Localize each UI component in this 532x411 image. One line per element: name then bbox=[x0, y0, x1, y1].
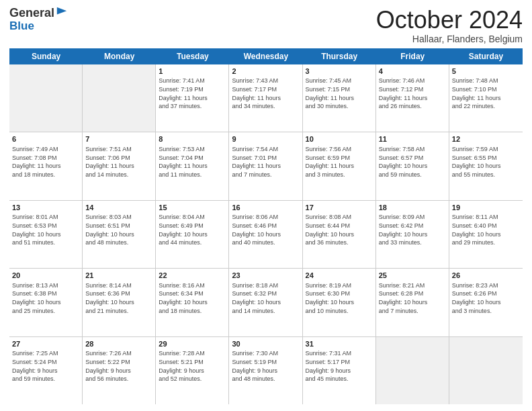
day-info: Sunrise: 7:26 AMSunset: 5:22 PMDaylight:… bbox=[85, 349, 152, 383]
logo-text-blue: Blue bbox=[9, 20, 68, 33]
day-cell-28: 28Sunrise: 7:26 AMSunset: 5:22 PMDayligh… bbox=[83, 337, 156, 404]
day-number: 15 bbox=[159, 203, 226, 213]
day-info: Sunrise: 7:43 AMSunset: 7:17 PMDaylight:… bbox=[232, 77, 299, 110]
day-cell-16: 16Sunrise: 8:06 AMSunset: 6:46 PMDayligh… bbox=[229, 201, 302, 268]
day-info: Sunrise: 7:58 AMSunset: 6:57 PMDaylight:… bbox=[379, 145, 446, 179]
day-cell-25: 25Sunrise: 8:21 AMSunset: 6:28 PMDayligh… bbox=[376, 269, 449, 336]
empty-cell bbox=[449, 337, 523, 404]
day-info: Sunrise: 8:11 AMSunset: 6:40 PMDaylight:… bbox=[452, 213, 520, 246]
day-cell-15: 15Sunrise: 8:04 AMSunset: 6:49 PMDayligh… bbox=[156, 201, 229, 268]
day-number: 5 bbox=[452, 66, 520, 77]
day-cell-21: 21Sunrise: 8:14 AMSunset: 6:36 PMDayligh… bbox=[83, 269, 156, 336]
day-info: Sunrise: 8:23 AMSunset: 6:26 PMDaylight:… bbox=[452, 281, 520, 315]
day-number: 25 bbox=[379, 271, 446, 281]
empty-cell bbox=[376, 337, 449, 404]
day-of-week-friday: Friday bbox=[376, 48, 449, 64]
day-info: Sunrise: 7:28 AMSunset: 5:21 PMDaylight:… bbox=[159, 349, 226, 383]
day-info: Sunrise: 7:30 AMSunset: 5:19 PMDaylight:… bbox=[232, 349, 299, 383]
day-number: 8 bbox=[159, 134, 226, 144]
day-of-week-tuesday: Tuesday bbox=[156, 48, 229, 64]
day-info: Sunrise: 8:06 AMSunset: 6:46 PMDaylight:… bbox=[232, 213, 299, 246]
day-number: 24 bbox=[306, 271, 373, 281]
day-info: Sunrise: 7:31 AMSunset: 5:17 PMDaylight:… bbox=[306, 349, 373, 383]
day-info: Sunrise: 7:41 AMSunset: 7:19 PMDaylight:… bbox=[159, 77, 226, 110]
day-cell-7: 7Sunrise: 7:51 AMSunset: 7:06 PMDaylight… bbox=[83, 132, 156, 199]
day-cell-26: 26Sunrise: 8:23 AMSunset: 6:26 PMDayligh… bbox=[449, 269, 523, 336]
day-cell-27: 27Sunrise: 7:25 AMSunset: 5:24 PMDayligh… bbox=[9, 337, 83, 404]
day-number: 29 bbox=[159, 339, 226, 349]
day-info: Sunrise: 7:45 AMSunset: 7:15 PMDaylight:… bbox=[306, 77, 373, 110]
day-cell-10: 10Sunrise: 7:56 AMSunset: 6:59 PMDayligh… bbox=[303, 132, 376, 199]
day-number: 12 bbox=[452, 134, 520, 144]
day-info: Sunrise: 7:49 AMSunset: 7:08 PMDaylight:… bbox=[12, 145, 79, 179]
day-info: Sunrise: 7:54 AMSunset: 7:01 PMDaylight:… bbox=[232, 145, 299, 179]
day-of-week-thursday: Thursday bbox=[303, 48, 376, 64]
day-number: 31 bbox=[306, 339, 373, 349]
day-cell-9: 9Sunrise: 7:54 AMSunset: 7:01 PMDaylight… bbox=[229, 132, 302, 199]
day-cell-17: 17Sunrise: 8:08 AMSunset: 6:44 PMDayligh… bbox=[303, 201, 376, 268]
day-number: 26 bbox=[452, 271, 520, 281]
day-info: Sunrise: 7:25 AMSunset: 5:24 PMDaylight:… bbox=[12, 349, 79, 383]
day-of-week-monday: Monday bbox=[83, 48, 156, 64]
day-cell-4: 4Sunrise: 7:46 AMSunset: 7:12 PMDaylight… bbox=[376, 64, 449, 132]
day-info: Sunrise: 7:46 AMSunset: 7:12 PMDaylight:… bbox=[379, 77, 446, 110]
title-block: October 2024 Hallaar, Flanders, Belgium bbox=[376, 7, 523, 44]
week-row-2: 6Sunrise: 7:49 AMSunset: 7:08 PMDaylight… bbox=[9, 132, 523, 200]
calendar: SundayMondayTuesdayWednesdayThursdayFrid… bbox=[9, 48, 523, 404]
location: Hallaar, Flanders, Belgium bbox=[376, 34, 523, 44]
logo: General Blue bbox=[9, 7, 68, 32]
day-number: 1 bbox=[159, 66, 226, 77]
day-cell-23: 23Sunrise: 8:18 AMSunset: 6:32 PMDayligh… bbox=[229, 269, 302, 336]
day-number: 3 bbox=[306, 66, 373, 77]
logo-flag-icon bbox=[56, 6, 68, 18]
day-cell-6: 6Sunrise: 7:49 AMSunset: 7:08 PMDaylight… bbox=[9, 132, 83, 199]
day-cell-19: 19Sunrise: 8:11 AMSunset: 6:40 PMDayligh… bbox=[449, 201, 523, 268]
day-cell-20: 20Sunrise: 8:13 AMSunset: 6:38 PMDayligh… bbox=[9, 269, 83, 336]
calendar-body: 1Sunrise: 7:41 AMSunset: 7:19 PMDaylight… bbox=[9, 64, 523, 404]
day-info: Sunrise: 8:14 AMSunset: 6:36 PMDaylight:… bbox=[85, 281, 152, 315]
day-number: 17 bbox=[306, 203, 373, 213]
day-number: 16 bbox=[232, 203, 299, 213]
day-info: Sunrise: 8:04 AMSunset: 6:49 PMDaylight:… bbox=[159, 213, 226, 246]
day-number: 7 bbox=[85, 134, 152, 144]
calendar-header: SundayMondayTuesdayWednesdayThursdayFrid… bbox=[9, 48, 523, 64]
day-number: 2 bbox=[232, 66, 299, 77]
day-number: 13 bbox=[12, 203, 79, 213]
week-row-5: 27Sunrise: 7:25 AMSunset: 5:24 PMDayligh… bbox=[9, 337, 523, 404]
day-cell-29: 29Sunrise: 7:28 AMSunset: 5:21 PMDayligh… bbox=[156, 337, 229, 404]
day-cell-12: 12Sunrise: 7:59 AMSunset: 6:55 PMDayligh… bbox=[449, 132, 523, 199]
day-cell-14: 14Sunrise: 8:03 AMSunset: 6:51 PMDayligh… bbox=[83, 201, 156, 268]
day-cell-31: 31Sunrise: 7:31 AMSunset: 5:17 PMDayligh… bbox=[303, 337, 376, 404]
day-info: Sunrise: 8:08 AMSunset: 6:44 PMDaylight:… bbox=[306, 213, 373, 246]
day-info: Sunrise: 8:19 AMSunset: 6:30 PMDaylight:… bbox=[306, 281, 373, 315]
day-info: Sunrise: 8:01 AMSunset: 6:53 PMDaylight:… bbox=[12, 213, 79, 246]
day-number: 20 bbox=[12, 271, 79, 281]
day-info: Sunrise: 8:18 AMSunset: 6:32 PMDaylight:… bbox=[232, 281, 299, 315]
day-of-week-wednesday: Wednesday bbox=[229, 48, 302, 64]
day-number: 6 bbox=[12, 134, 79, 144]
day-of-week-sunday: Sunday bbox=[9, 48, 83, 64]
day-number: 11 bbox=[379, 134, 446, 144]
day-number: 27 bbox=[12, 339, 79, 349]
week-row-1: 1Sunrise: 7:41 AMSunset: 7:19 PMDaylight… bbox=[9, 64, 523, 132]
day-cell-30: 30Sunrise: 7:30 AMSunset: 5:19 PMDayligh… bbox=[229, 337, 302, 404]
day-cell-3: 3Sunrise: 7:45 AMSunset: 7:15 PMDaylight… bbox=[303, 64, 376, 132]
day-info: Sunrise: 7:48 AMSunset: 7:10 PMDaylight:… bbox=[452, 77, 520, 110]
day-info: Sunrise: 8:16 AMSunset: 6:34 PMDaylight:… bbox=[159, 281, 226, 315]
day-info: Sunrise: 8:13 AMSunset: 6:38 PMDaylight:… bbox=[12, 281, 79, 315]
day-info: Sunrise: 8:03 AMSunset: 6:51 PMDaylight:… bbox=[85, 213, 152, 246]
day-cell-1: 1Sunrise: 7:41 AMSunset: 7:19 PMDaylight… bbox=[156, 64, 229, 132]
day-number: 30 bbox=[232, 339, 299, 349]
day-number: 22 bbox=[159, 271, 226, 281]
day-info: Sunrise: 8:21 AMSunset: 6:28 PMDaylight:… bbox=[379, 281, 446, 315]
day-info: Sunrise: 7:59 AMSunset: 6:55 PMDaylight:… bbox=[452, 145, 520, 179]
day-number: 23 bbox=[232, 271, 299, 281]
day-cell-2: 2Sunrise: 7:43 AMSunset: 7:17 PMDaylight… bbox=[229, 64, 302, 132]
day-info: Sunrise: 8:09 AMSunset: 6:42 PMDaylight:… bbox=[379, 213, 446, 246]
day-number: 10 bbox=[306, 134, 373, 144]
header: General Blue October 2024 Hallaar, Fland… bbox=[9, 7, 523, 44]
day-cell-13: 13Sunrise: 8:01 AMSunset: 6:53 PMDayligh… bbox=[9, 201, 83, 268]
day-number: 4 bbox=[379, 66, 446, 77]
day-cell-18: 18Sunrise: 8:09 AMSunset: 6:42 PMDayligh… bbox=[376, 201, 449, 268]
day-number: 28 bbox=[85, 339, 152, 349]
